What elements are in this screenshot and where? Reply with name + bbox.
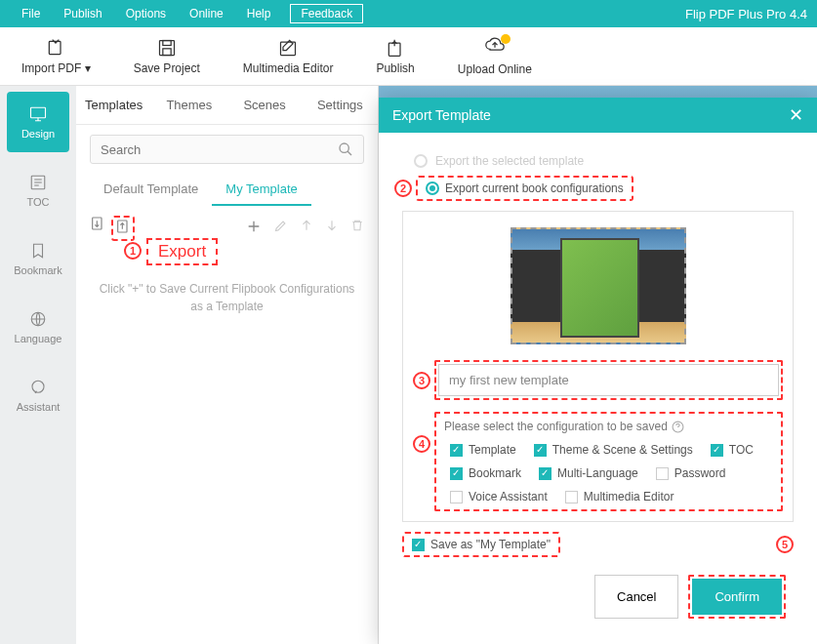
template-thumbnail	[511, 227, 686, 344]
panel-tab-themes[interactable]: Themes	[151, 88, 226, 122]
svg-rect-0	[50, 41, 61, 54]
radio-export-current[interactable]	[426, 181, 439, 195]
toc-tab[interactable]: TOC	[7, 160, 69, 221]
close-icon[interactable]: ✕	[789, 104, 803, 126]
design-tab[interactable]: Design	[7, 92, 69, 152]
check-theme[interactable]	[534, 444, 547, 457]
panel-tab-templates[interactable]: Templates	[76, 88, 151, 122]
check-multilang[interactable]	[539, 467, 551, 480]
pencil-icon[interactable]	[273, 219, 288, 238]
radio-export-selected	[414, 154, 428, 168]
template-name-input[interactable]	[438, 364, 779, 396]
search-input-wrap[interactable]	[90, 135, 364, 164]
upload-online-button[interactable]: Upload Online	[436, 36, 553, 76]
menu-feedback[interactable]: Feedback	[290, 4, 363, 23]
callout-1: 1	[124, 242, 142, 260]
import-template-icon[interactable]	[90, 216, 105, 241]
globe-icon	[28, 310, 48, 328]
empty-hint: Click "+" to Save Current Flipbook Confi…	[76, 251, 378, 344]
modal-title: Export Template	[392, 107, 491, 123]
svg-rect-3	[163, 48, 171, 55]
svg-rect-2	[163, 40, 171, 45]
menu-publish[interactable]: Publish	[52, 7, 113, 20]
publish-button[interactable]: Publish	[354, 38, 435, 75]
bookmark-tab[interactable]: Bookmark	[7, 228, 69, 289]
language-tab[interactable]: Language	[7, 297, 69, 357]
menu-help[interactable]: Help	[235, 7, 283, 20]
bookmark-icon	[28, 242, 48, 260]
svg-point-9	[32, 381, 44, 392]
check-password[interactable]	[656, 467, 669, 480]
notification-badge	[501, 34, 511, 44]
search-icon	[338, 141, 353, 157]
callout-3: 3	[413, 372, 430, 389]
search-input[interactable]	[101, 142, 338, 157]
callout-5: 5	[776, 536, 794, 553]
import-pdf-button[interactable]: Import PDF ▾	[0, 38, 112, 75]
chat-icon	[28, 379, 48, 396]
callout-2: 2	[394, 180, 412, 197]
monitor-icon	[27, 105, 49, 123]
save-icon	[156, 38, 178, 58]
multimedia-editor-button[interactable]: Multimedia Editor	[222, 38, 355, 75]
subtab-my-template[interactable]: My Template	[212, 174, 310, 206]
list-icon	[28, 174, 48, 191]
check-template[interactable]	[450, 444, 463, 457]
check-voice[interactable]	[450, 491, 463, 503]
trash-icon[interactable]	[350, 219, 364, 238]
help-icon[interactable]	[672, 421, 684, 433]
subtab-default-template[interactable]: Default Template	[90, 174, 212, 206]
edit-icon	[277, 38, 299, 58]
export-template-icon[interactable]	[111, 216, 135, 241]
callout-4: 4	[413, 435, 430, 453]
check-save-as-my-template[interactable]	[412, 539, 425, 551]
config-label: Please select the configuration to be sa…	[444, 420, 773, 433]
add-icon[interactable]	[246, 219, 262, 238]
assistant-tab[interactable]: Assistant	[7, 365, 69, 425]
publish-icon	[385, 38, 406, 58]
svg-point-10	[340, 143, 348, 152]
callout-1-label: Export	[146, 238, 218, 265]
check-toc[interactable]	[711, 444, 723, 457]
export-template-modal: Export Template ✕ Export the selected te…	[379, 98, 817, 644]
menu-options[interactable]: Options	[114, 7, 178, 20]
confirm-button[interactable]: Confirm	[692, 579, 782, 615]
arrow-up-icon[interactable]	[300, 219, 313, 238]
check-mmeditor[interactable]	[565, 491, 578, 503]
panel-tab-scenes[interactable]: Scenes	[227, 88, 303, 122]
menu-online[interactable]: Online	[178, 7, 235, 20]
svg-rect-1	[159, 40, 174, 55]
arrow-down-icon[interactable]	[325, 219, 339, 238]
menu-file[interactable]: File	[10, 7, 52, 20]
save-project-button[interactable]: Save Project	[112, 38, 222, 75]
cancel-button[interactable]: Cancel	[594, 575, 678, 619]
svg-rect-6	[31, 107, 46, 118]
check-bookmark[interactable]	[450, 467, 463, 480]
import-icon	[45, 38, 66, 58]
panel-tab-settings[interactable]: Settings	[303, 88, 378, 122]
app-title: Flip PDF Plus Pro 4.4	[685, 7, 807, 21]
